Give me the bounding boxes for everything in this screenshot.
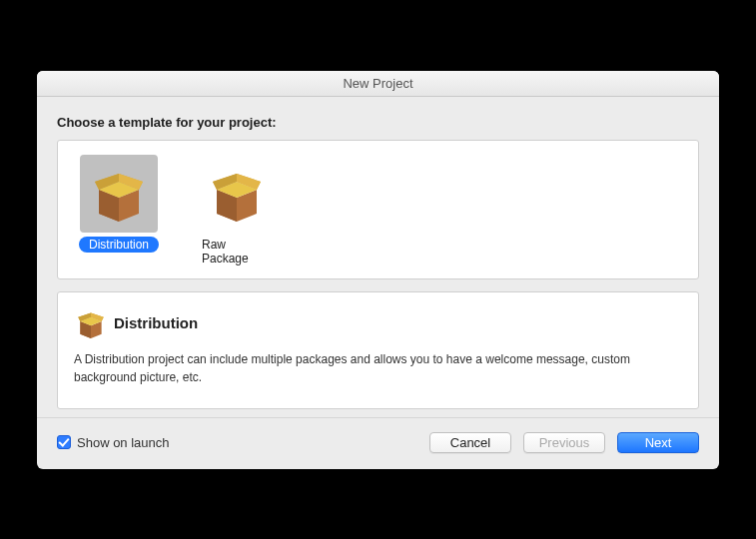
bottom-bar: Show on launch Cancel Previous Next (37, 417, 719, 469)
description-header: Distribution (74, 306, 682, 340)
description-panel: Distribution A Distribution project can … (57, 291, 699, 409)
template-item-distribution[interactable]: Distribution (74, 155, 164, 267)
show-on-launch-label: Show on launch (77, 435, 170, 450)
window-title: New Project (343, 76, 412, 91)
content-area: Choose a template for your project: Dist… (37, 97, 719, 417)
description-text: A Distribution project can include multi… (74, 350, 682, 386)
section-heading: Choose a template for your project: (57, 115, 699, 130)
template-list-panel: Distribution Raw Package (57, 140, 699, 279)
description-title: Distribution (114, 314, 198, 331)
show-on-launch-checkbox[interactable]: Show on launch (57, 435, 170, 450)
new-project-window: New Project Choose a template for your p… (37, 71, 719, 469)
template-label: Raw Package (192, 237, 282, 267)
package-box-icon (80, 155, 158, 233)
next-button[interactable]: Next (617, 432, 699, 453)
package-box-icon (198, 155, 276, 233)
checkbox-checked-icon (57, 435, 71, 449)
title-bar[interactable]: New Project (37, 71, 719, 97)
package-box-icon (74, 306, 108, 340)
button-row: Cancel Previous Next (429, 432, 699, 453)
cancel-button[interactable]: Cancel (429, 432, 511, 453)
template-item-raw-package[interactable]: Raw Package (192, 155, 282, 267)
previous-button: Previous (523, 432, 605, 453)
template-label: Distribution (79, 237, 159, 253)
